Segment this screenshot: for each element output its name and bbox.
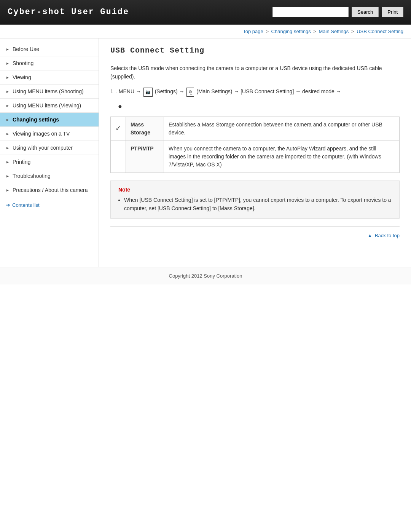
chevron-right-icon: ► xyxy=(6,75,10,80)
sidebar-item-computer[interactable]: ► Using with your computer xyxy=(0,141,99,155)
page-title: USB Connect Setting xyxy=(110,46,400,58)
triangle-up-icon: ▲ xyxy=(367,233,372,238)
breadcrumb-current: USB Connect Setting xyxy=(357,29,403,34)
sidebar: ► Before Use ► Shooting ► Viewing ► Usin… xyxy=(0,38,99,267)
sidebar-item-changing-settings[interactable]: ► Changing settings xyxy=(0,113,99,127)
option-mass-storage: Mass Storage xyxy=(126,117,164,141)
sidebar-item-viewing-tv[interactable]: ► Viewing images on a TV xyxy=(0,127,99,141)
chevron-right-icon: ► xyxy=(6,118,10,122)
description-mass-storage: Establishes a Mass Storage connection be… xyxy=(164,117,400,141)
search-input[interactable] xyxy=(272,7,349,17)
chevron-right-icon: ► xyxy=(6,47,10,51)
chevron-right-icon: ► xyxy=(6,61,10,66)
chevron-right-icon: ► xyxy=(6,160,10,164)
page-footer: Copyright 2012 Sony Corporation xyxy=(0,267,411,284)
sidebar-item-label: Before Use xyxy=(13,46,39,52)
main-content: USB Connect Setting Selects the USB mode… xyxy=(99,38,411,267)
main-layout: ► Before Use ► Shooting ► Viewing ► Usin… xyxy=(0,38,411,267)
page-header: Cyber-shot User Guide Search Print xyxy=(0,0,411,25)
breadcrumb-main-settings[interactable]: Main Settings xyxy=(319,29,349,34)
chevron-right-icon: ► xyxy=(6,146,10,150)
search-button[interactable]: Search xyxy=(352,7,379,17)
contents-list-label: Contents list xyxy=(12,202,40,208)
sidebar-item-menu-shooting[interactable]: ► Using MENU items (Shooting) xyxy=(0,85,99,99)
chevron-right-icon: ► xyxy=(6,132,10,136)
sidebar-item-label: Shooting xyxy=(13,60,33,66)
sidebar-item-printing[interactable]: ► Printing xyxy=(0,155,99,169)
main-settings-icon: ⚙̲ xyxy=(186,88,194,97)
site-title: Cyber-shot User Guide xyxy=(8,7,129,17)
contents-list-link[interactable]: ➜ Contents list xyxy=(0,197,99,212)
breadcrumb: Top page > Changing settings > Main Sett… xyxy=(0,25,411,38)
sidebar-item-before-use[interactable]: ► Before Use xyxy=(0,42,99,56)
note-item: When [USB Connect Setting] is set to [PT… xyxy=(124,196,392,213)
breadcrumb-changing-settings[interactable]: Changing settings xyxy=(271,29,311,34)
check-cell: ✓ xyxy=(111,117,126,141)
option-ptp-mtp: PTP/MTP xyxy=(126,141,164,173)
back-to-top-label: Back to top xyxy=(375,233,400,238)
table-row: ✓ Mass Storage Establishes a Mass Storag… xyxy=(111,117,400,141)
note-section: Note When [USB Connect Setting] is set t… xyxy=(110,181,400,219)
sidebar-item-label: Using with your computer xyxy=(13,145,73,151)
sidebar-item-label: Printing xyxy=(13,159,30,165)
sidebar-item-menu-viewing[interactable]: ► Using MENU items (Viewing) xyxy=(0,99,99,113)
copyright-text: Copyright 2012 Sony Corporation xyxy=(169,273,242,279)
intro-text: Selects the USB mode when connecting the… xyxy=(110,64,400,81)
instruction-step: 1．MENU → 📷 (Settings) → ⚙̲ (Main Setting… xyxy=(110,87,400,97)
note-content: When [USB Connect Setting] is set to [PT… xyxy=(118,196,392,213)
arrow-right-icon: ➜ xyxy=(6,202,10,208)
checkmark-icon: ✓ xyxy=(115,125,121,132)
instruction-text: 1．MENU → 📷 (Settings) → ⚙̲ (Main Setting… xyxy=(110,87,341,97)
sidebar-item-label: Viewing images on a TV xyxy=(13,131,70,137)
sidebar-item-label: Using MENU items (Shooting) xyxy=(13,88,84,94)
sidebar-item-viewing[interactable]: ► Viewing xyxy=(0,70,99,85)
sidebar-item-label: Changing settings xyxy=(13,117,59,123)
back-to-top-row: ▲ Back to top xyxy=(110,226,400,244)
breadcrumb-top-page[interactable]: Top page xyxy=(243,29,263,34)
table-row: PTP/MTP When you connect the camera to a… xyxy=(111,141,400,173)
back-to-top-link[interactable]: ▲ Back to top xyxy=(367,233,400,238)
sidebar-item-label: Viewing xyxy=(13,74,31,80)
sidebar-item-label: Using MENU items (Viewing) xyxy=(13,102,81,109)
settings-icon: 📷 xyxy=(143,88,153,97)
note-title: Note xyxy=(118,187,392,193)
print-button[interactable]: Print xyxy=(382,7,403,17)
bullet-point: ● xyxy=(118,102,400,110)
header-controls: Search Print xyxy=(272,7,403,17)
chevron-right-icon: ► xyxy=(6,188,10,192)
sidebar-item-label: Precautions / About this camera xyxy=(13,187,88,193)
chevron-right-icon: ► xyxy=(6,174,10,178)
empty-check-cell xyxy=(111,141,126,173)
description-ptp-mtp: When you connect the camera to a compute… xyxy=(164,141,400,173)
chevron-right-icon: ► xyxy=(6,104,10,108)
sidebar-item-label: Troubleshooting xyxy=(13,173,51,179)
sidebar-item-precautions[interactable]: ► Precautions / About this camera xyxy=(0,183,99,197)
sidebar-item-troubleshooting[interactable]: ► Troubleshooting xyxy=(0,169,99,183)
sidebar-item-shooting[interactable]: ► Shooting xyxy=(0,56,99,70)
chevron-right-icon: ► xyxy=(6,89,10,94)
settings-table: ✓ Mass Storage Establishes a Mass Storag… xyxy=(110,117,400,173)
